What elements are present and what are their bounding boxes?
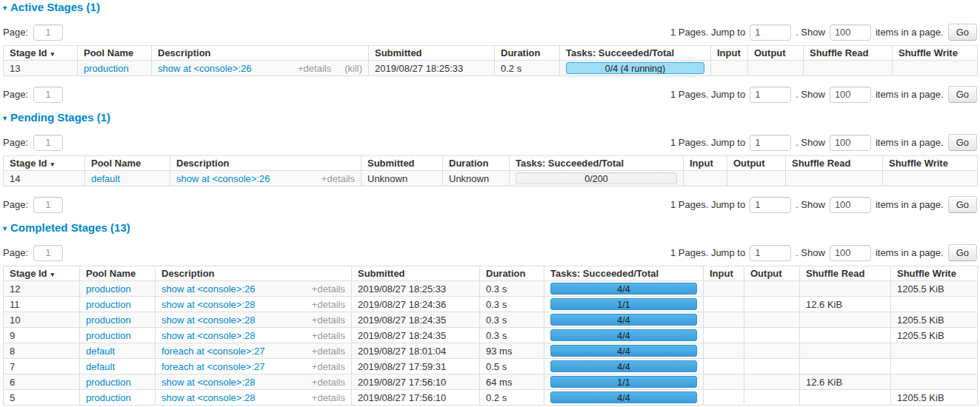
sort-descending-icon: ▾ xyxy=(51,161,55,168)
jump-to-input[interactable] xyxy=(750,135,791,151)
column-header-output[interactable]: Output xyxy=(748,46,804,61)
pool-name-link[interactable]: production xyxy=(86,283,131,295)
input-cell xyxy=(684,171,727,186)
stages-page: ▾Active Stages (1)Page:1 Pages. Jump to.… xyxy=(0,0,980,406)
table-body: 14defaultshow at <console>:26+detailsUnk… xyxy=(4,171,978,186)
jump-to-input[interactable] xyxy=(750,245,791,261)
column-header-pool-name[interactable]: Pool Name xyxy=(85,156,170,171)
column-header-stage-id[interactable]: Stage Id▾ xyxy=(4,266,80,281)
column-header-shuffle-read[interactable]: Shuffle Read xyxy=(800,266,891,281)
column-header-tasks-succeeded-total[interactable]: Tasks: Succeeded/Total xyxy=(560,46,711,61)
section-header-completed-stages-13[interactable]: ▾Completed Stages (13) xyxy=(3,222,977,235)
pool-name-link[interactable]: default xyxy=(86,361,115,372)
details-toggle[interactable]: +details xyxy=(312,392,345,403)
description-link[interactable]: show at <console>:28 xyxy=(161,314,255,326)
pool-name-link[interactable]: default xyxy=(86,346,115,357)
column-header-label: Input xyxy=(710,268,733,279)
description-link[interactable]: foreach at <console>:27 xyxy=(161,361,265,372)
page-input[interactable] xyxy=(33,24,63,41)
table-header-row: Stage Id▾Pool NameDescriptionSubmittedDu… xyxy=(4,156,978,171)
column-header-submitted[interactable]: Submitted xyxy=(352,266,480,281)
column-header-output[interactable]: Output xyxy=(744,266,800,281)
tasks-progress-label: 4/4 xyxy=(617,362,630,372)
pool-name-link[interactable]: production xyxy=(84,63,129,74)
show-text: . Show xyxy=(796,27,825,38)
column-header-stage-id[interactable]: Stage Id▾ xyxy=(4,156,85,171)
description-link[interactable]: show at <console>:28 xyxy=(161,299,255,310)
column-header-shuffle-read[interactable]: Shuffle Read xyxy=(786,156,883,171)
column-header-input[interactable]: Input xyxy=(704,266,744,281)
pool-name-link[interactable]: production xyxy=(86,392,131,403)
column-header-input[interactable]: Input xyxy=(684,156,727,171)
tasks-progress-bar: 4/4 xyxy=(550,314,697,326)
output-cell xyxy=(744,390,800,406)
pool-name-link[interactable]: production xyxy=(86,299,131,310)
details-toggle[interactable]: +details xyxy=(312,299,345,310)
column-header-shuffle-write[interactable]: Shuffle Write xyxy=(893,46,978,61)
column-header-pool-name[interactable]: Pool Name xyxy=(80,266,156,281)
column-header-submitted[interactable]: Submitted xyxy=(361,156,443,171)
page-input[interactable] xyxy=(33,135,63,151)
show-items-input[interactable] xyxy=(830,245,871,261)
column-header-description[interactable]: Description xyxy=(156,266,352,281)
pagination-jump-group: 1 Pages. Jump to. Showitems in a page.Go xyxy=(670,86,977,103)
show-items-input[interactable] xyxy=(830,197,871,213)
page-input[interactable] xyxy=(33,87,63,103)
go-button[interactable]: Go xyxy=(948,134,977,151)
page-input[interactable] xyxy=(33,197,63,213)
column-header-stage-id[interactable]: Stage Id▾ xyxy=(4,46,78,61)
description-link[interactable]: show at <console>:26 xyxy=(176,173,270,184)
page-input[interactable] xyxy=(33,245,63,261)
jump-to-input[interactable] xyxy=(750,24,791,41)
column-header-shuffle-write[interactable]: Shuffle Write xyxy=(883,156,978,171)
column-header-shuffle-read[interactable]: Shuffle Read xyxy=(804,46,893,61)
column-header-tasks-succeeded-total[interactable]: Tasks: Succeeded/Total xyxy=(544,266,704,281)
description-link[interactable]: show at <console>:28 xyxy=(161,330,255,341)
details-toggle[interactable]: +details xyxy=(312,330,345,341)
tasks-progress-bar: 4/4 xyxy=(550,329,697,341)
jump-to-input[interactable] xyxy=(750,87,791,103)
column-header-label: Input xyxy=(690,158,713,169)
kill-link[interactable]: (kill) xyxy=(344,63,362,74)
description-link[interactable]: show at <console>:28 xyxy=(161,392,255,403)
show-items-input[interactable] xyxy=(830,135,871,151)
pool-name-link[interactable]: default xyxy=(91,173,120,184)
details-toggle[interactable]: +details xyxy=(312,377,345,388)
show-items-input[interactable] xyxy=(830,87,871,103)
column-header-description[interactable]: Description xyxy=(170,156,361,171)
description-link[interactable]: show at <console>:28 xyxy=(161,377,255,388)
column-header-tasks-succeeded-total[interactable]: Tasks: Succeeded/Total xyxy=(510,156,684,171)
description-link[interactable]: show at <console>:26 xyxy=(161,283,255,295)
go-button[interactable]: Go xyxy=(948,86,977,103)
go-button[interactable]: Go xyxy=(948,24,977,41)
description-link[interactable]: show at <console>:26 xyxy=(158,63,251,74)
details-toggle[interactable]: +details xyxy=(312,346,345,357)
details-toggle[interactable]: +details xyxy=(312,314,345,326)
details-toggle[interactable]: +details xyxy=(312,361,345,372)
jump-to-input[interactable] xyxy=(750,197,791,213)
column-header-duration[interactable]: Duration xyxy=(443,156,510,171)
details-toggle[interactable]: +details xyxy=(298,63,331,74)
stages-table: Stage Id▾Pool NameDescriptionSubmittedDu… xyxy=(3,45,978,76)
pool-name-link[interactable]: production xyxy=(86,377,131,388)
description-link[interactable]: foreach at <console>:27 xyxy=(161,346,265,357)
go-button[interactable]: Go xyxy=(948,196,977,213)
section-header-pending-stages-1[interactable]: ▾Pending Stages (1) xyxy=(3,112,977,125)
column-header-shuffle-write[interactable]: Shuffle Write xyxy=(891,266,978,281)
column-header-submitted[interactable]: Submitted xyxy=(369,46,495,61)
submitted-cell: 2019/08/27 18:01:04 xyxy=(352,343,480,359)
pool-name-link[interactable]: production xyxy=(86,330,131,341)
column-header-output[interactable]: Output xyxy=(727,156,786,171)
column-header-description[interactable]: Description xyxy=(152,46,369,61)
tasks-progress-cell: 1/1 xyxy=(544,297,704,312)
column-header-duration[interactable]: Duration xyxy=(480,266,544,281)
section-header-active-stages-1[interactable]: ▾Active Stages (1) xyxy=(3,1,977,15)
details-toggle[interactable]: +details xyxy=(321,173,355,184)
show-items-input[interactable] xyxy=(830,24,871,41)
column-header-pool-name[interactable]: Pool Name xyxy=(78,46,152,61)
go-button[interactable]: Go xyxy=(948,244,977,261)
column-header-input[interactable]: Input xyxy=(711,46,748,61)
details-toggle[interactable]: +details xyxy=(312,283,345,295)
column-header-duration[interactable]: Duration xyxy=(495,46,560,61)
pool-name-link[interactable]: production xyxy=(86,314,131,326)
